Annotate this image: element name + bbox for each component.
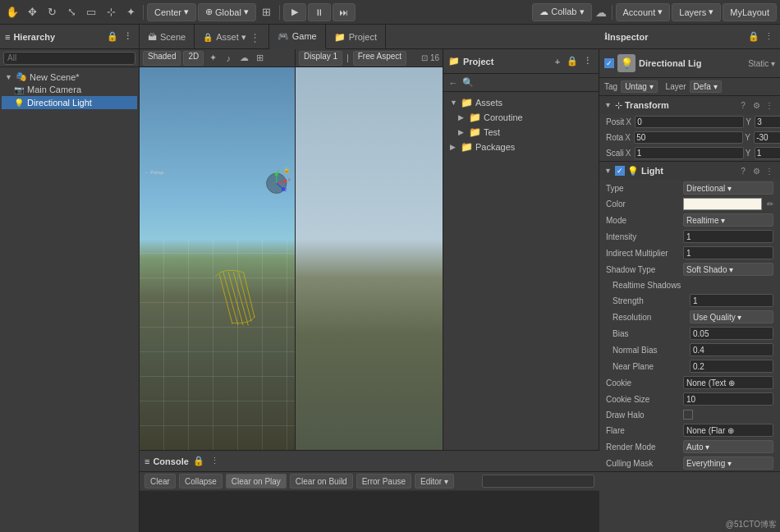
cloud-icon[interactable]: ☁ bbox=[594, 5, 608, 20]
cookie-field[interactable]: None (Text ⊕ bbox=[683, 376, 773, 389]
pause-button[interactable]: ⏸ bbox=[308, 3, 331, 21]
clear-play-button[interactable]: Clear on Play bbox=[226, 474, 287, 488]
global-button[interactable]: ⊕ Global ▾ bbox=[198, 3, 256, 21]
hierarchy-light-item[interactable]: 💡 Directional Light bbox=[2, 96, 137, 109]
culling-mask-dropdown[interactable]: Everything ▾ bbox=[683, 456, 773, 470]
rect-tool-icon[interactable]: ▭ bbox=[82, 3, 100, 21]
2d-button[interactable]: 2D bbox=[183, 51, 204, 66]
play-button[interactable]: ▶ bbox=[283, 3, 306, 21]
color-swatch[interactable] bbox=[683, 198, 762, 210]
scene-grid-icon[interactable]: ⊞ bbox=[253, 52, 266, 65]
light-help-icon[interactable]: ? bbox=[737, 165, 749, 177]
light-active-checkbox[interactable]: ✓ bbox=[615, 166, 625, 176]
project-more-icon[interactable]: ⋮ bbox=[580, 55, 594, 68]
display-dropdown[interactable]: Display 1 bbox=[299, 51, 342, 66]
light-header[interactable]: ▼ ✓ 💡 Light ? ⚙ ⋮ bbox=[599, 162, 780, 180]
render-mode-dropdown[interactable]: Auto ▾ bbox=[683, 440, 773, 453]
transform-help-icon[interactable]: ? bbox=[737, 99, 749, 111]
scene-toolbar: Shaded 2D ✦ ♪ ☁ ⊞ bbox=[140, 49, 295, 67]
console-more-icon[interactable]: ⋮ bbox=[209, 455, 222, 468]
collapse-button[interactable]: Collapse bbox=[179, 474, 223, 488]
console-search-input[interactable] bbox=[482, 475, 594, 488]
project-back-icon[interactable]: ← bbox=[447, 76, 460, 89]
rotate-tool-icon[interactable]: ↻ bbox=[43, 3, 61, 21]
move-tool-icon[interactable]: ✥ bbox=[23, 3, 41, 21]
scene-gizmo-icon[interactable]: ☁ bbox=[237, 52, 250, 65]
project-lock-icon[interactable]: 🔒 bbox=[566, 55, 579, 68]
packages-folder[interactable]: ▶ 📁 Packages bbox=[447, 140, 595, 154]
light-more-icon[interactable]: ⋮ bbox=[764, 165, 775, 177]
inspector-more-icon[interactable]: ⋮ bbox=[762, 30, 775, 44]
coroutine-folder[interactable]: ▶ 📁 Coroutine bbox=[447, 110, 595, 125]
rot-y-input[interactable] bbox=[754, 131, 780, 144]
game-tab[interactable]: 🎮 Game bbox=[269, 25, 326, 49]
project-add-icon[interactable]: + bbox=[551, 55, 564, 68]
color-pick-icon[interactable]: ✏ bbox=[767, 200, 773, 209]
transform-more-icon[interactable]: ⋮ bbox=[764, 99, 775, 111]
clear-build-button[interactable]: Clear on Build bbox=[290, 474, 353, 488]
hand-tool-icon[interactable]: ✋ bbox=[3, 3, 21, 21]
hierarchy-lock-icon[interactable]: 🔒 bbox=[106, 30, 119, 44]
grid-icon[interactable]: ⊞ bbox=[258, 3, 276, 21]
pos-y-input[interactable] bbox=[755, 116, 780, 128]
clear-button[interactable]: Clear bbox=[145, 474, 176, 488]
resolution-dropdown[interactable]: Use Quality ▾ bbox=[690, 310, 773, 323]
project-icon: 📁 bbox=[448, 56, 460, 66]
layers-button[interactable]: Layers ▾ bbox=[672, 3, 721, 21]
mode-dropdown[interactable]: Realtime ▾ bbox=[683, 213, 773, 227]
scale-tool-icon[interactable]: ⤡ bbox=[62, 3, 80, 21]
near-plane-input[interactable] bbox=[690, 360, 773, 373]
position-y-field: Y bbox=[746, 116, 780, 128]
bias-input[interactable] bbox=[690, 327, 773, 340]
scale-y-input[interactable] bbox=[755, 147, 780, 159]
shading-dropdown[interactable]: Shaded bbox=[143, 51, 181, 66]
layer-dropdown[interactable]: Defa ▾ bbox=[690, 80, 722, 93]
custom-tool-icon[interactable]: ✦ bbox=[122, 3, 140, 21]
hierarchy-more-icon[interactable]: ⋮ bbox=[121, 30, 134, 44]
normal-bias-input[interactable] bbox=[690, 343, 773, 356]
pos-x-input[interactable] bbox=[635, 116, 744, 128]
aspect-dropdown[interactable]: Free Aspect bbox=[353, 51, 406, 66]
static-label[interactable]: Static ▾ bbox=[748, 59, 775, 68]
intensity-input[interactable] bbox=[683, 230, 773, 243]
project-search-icon[interactable]: 🔍 bbox=[461, 76, 475, 89]
scene-fx-icon[interactable]: ✦ bbox=[206, 52, 219, 65]
draw-halo-checkbox[interactable] bbox=[683, 410, 693, 420]
console-lock-icon[interactable]: 🔒 bbox=[192, 455, 205, 468]
indirect-input[interactable] bbox=[683, 246, 773, 259]
asset-tab[interactable]: 🔒 Asset ▾ ⋮ bbox=[195, 25, 269, 49]
tag-dropdown[interactable]: Untag ▾ bbox=[621, 80, 657, 93]
account-button[interactable]: Account ▾ bbox=[616, 3, 671, 21]
layout-button[interactable]: MyLayout bbox=[723, 3, 777, 21]
asset-more-icon[interactable]: ⋮ bbox=[250, 31, 260, 44]
hierarchy-search-input[interactable] bbox=[3, 52, 135, 65]
transform-settings-icon[interactable]: ⚙ bbox=[750, 99, 762, 111]
transform-header[interactable]: ▼ ⊹ Transform ? ⚙ ⋮ bbox=[599, 96, 780, 114]
obj-active-checkbox[interactable]: ✓ bbox=[604, 58, 614, 68]
collab-button[interactable]: ☁ Collab ▾ bbox=[532, 3, 591, 21]
step-button[interactable]: ⏭ bbox=[333, 3, 356, 21]
inspector-lock-icon[interactable]: 🔒 bbox=[747, 30, 760, 44]
shadow-dropdown[interactable]: Soft Shado ▾ bbox=[683, 263, 773, 276]
rot-x-input[interactable] bbox=[634, 131, 743, 144]
project-tab-header[interactable]: 📁 Project bbox=[326, 25, 386, 49]
type-dropdown[interactable]: Directional ▾ bbox=[683, 181, 773, 195]
flare-field[interactable]: None (Flar ⊕ bbox=[683, 424, 773, 437]
scene-tab[interactable]: 🏔 Scene bbox=[140, 25, 195, 49]
assets-folder[interactable]: ▼ 📁 Assets bbox=[447, 95, 595, 110]
light-settings-icon[interactable]: ⚙ bbox=[750, 165, 762, 177]
hierarchy-scene-item[interactable]: ▼ 🎭 New Scene* bbox=[2, 71, 137, 83]
center-button[interactable]: Center ▾ bbox=[147, 3, 196, 21]
cookie-size-input[interactable] bbox=[683, 392, 773, 406]
light-name: Directional Light bbox=[27, 98, 92, 108]
scale-x-input[interactable] bbox=[635, 147, 744, 159]
editor-button[interactable]: Editor ▾ bbox=[415, 474, 454, 488]
transform-tool-icon[interactable]: ⊹ bbox=[102, 3, 120, 21]
strength-input[interactable] bbox=[690, 294, 773, 307]
scene-canvas[interactable]: X Y Z ← Persp bbox=[140, 67, 295, 450]
game-canvas[interactable] bbox=[296, 67, 443, 450]
hierarchy-camera-item[interactable]: 📷 Main Camera bbox=[2, 83, 137, 96]
test-folder[interactable]: ▶ 📁 Test bbox=[447, 125, 595, 140]
error-pause-button[interactable]: Error Pause bbox=[356, 474, 411, 488]
scene-audio-icon[interactable]: ♪ bbox=[222, 52, 235, 65]
